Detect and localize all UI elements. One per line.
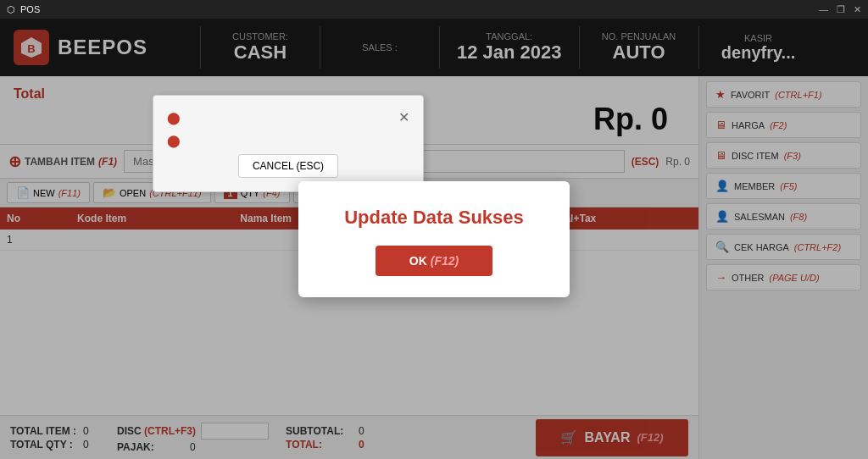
- ok-button[interactable]: OK (F12): [376, 246, 492, 276]
- qty-modal-dot: ⬤: [167, 134, 409, 147]
- qty-modal-close[interactable]: ✕: [398, 109, 409, 125]
- ok-shortcut: (F12): [431, 254, 459, 268]
- app-logo-icon: ⬡: [7, 4, 15, 15]
- ok-label: OK: [409, 254, 427, 268]
- window-controls[interactable]: — ❐ ✕: [819, 4, 861, 15]
- qty-modal: ⬤ ✕ ⬤ CANCEL (ESC): [153, 95, 424, 192]
- success-modal: Update Data Sukses OK (F12): [298, 181, 570, 297]
- app-title: POS: [20, 4, 40, 14]
- success-modal-title: Update Data Sukses: [324, 207, 544, 229]
- restore-btn[interactable]: ❐: [837, 4, 845, 15]
- modal-overlay: ⬤ ✕ ⬤ CANCEL (ESC) Update Data Sukses OK…: [0, 19, 868, 459]
- cancel-modal-button[interactable]: CANCEL (ESC): [238, 154, 338, 178]
- qty-modal-content: ⬤ CANCEL (ESC): [167, 134, 409, 178]
- minimize-btn[interactable]: —: [819, 4, 828, 15]
- qty-modal-header: ⬤ ✕: [167, 109, 409, 125]
- close-btn[interactable]: ✕: [854, 4, 861, 15]
- qty-modal-icon: ⬤: [167, 111, 181, 124]
- title-bar: ⬡ POS — ❐ ✕: [0, 0, 868, 19]
